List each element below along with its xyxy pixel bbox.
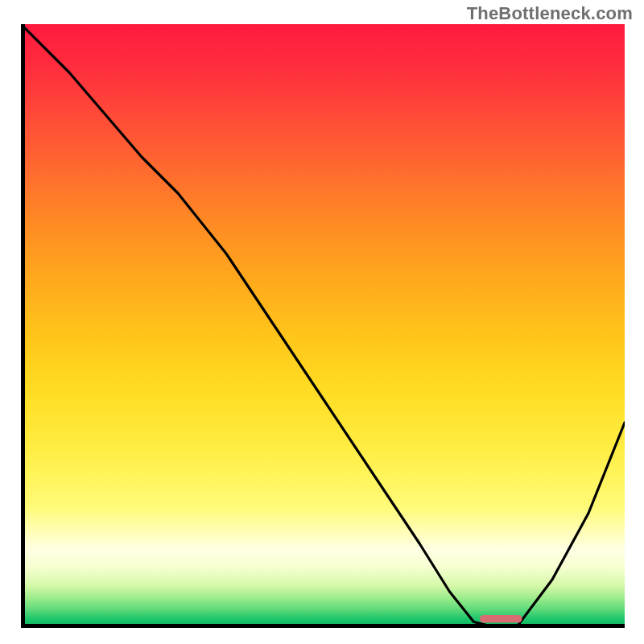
watermark-text: TheBottleneck.com bbox=[467, 3, 633, 24]
marker-layer bbox=[21, 24, 625, 628]
optimum-marker bbox=[480, 615, 522, 623]
bottleneck-chart: TheBottleneck.com bbox=[0, 0, 644, 644]
plot-area bbox=[21, 24, 625, 628]
